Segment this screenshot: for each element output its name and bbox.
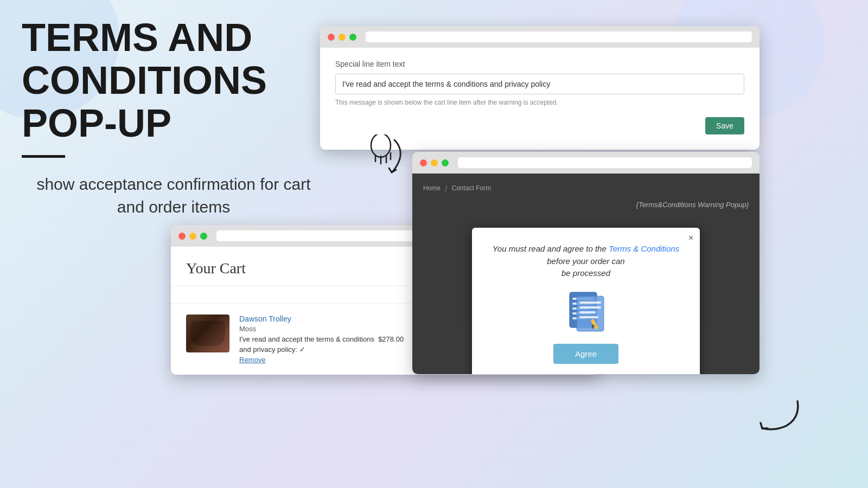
popup-message-text: You must read and agree to the Terms & C… (488, 243, 684, 280)
modal-browser-window: Home / Contact Form {Terms&Conditions Wa… (412, 152, 760, 374)
popup-msg-part1: You must read and agree to the (493, 244, 609, 253)
dot-red[interactable] (328, 34, 335, 41)
field-hint: This message is shown below the cart lin… (335, 99, 744, 106)
terms-conditions-link[interactable]: Terms & Conditions (609, 244, 679, 253)
modal-urlbar (458, 157, 752, 168)
breadcrumb-home: Home (423, 184, 441, 194)
svg-rect-12 (579, 301, 601, 304)
title-line1-text: TERMS AND (22, 16, 252, 59)
title-line3-text: POP-UP (22, 101, 171, 145)
cart-item-image (186, 314, 229, 352)
subtitle-text: show acceptance confirmation for cartand… (22, 173, 326, 219)
field-label: Special line item text (335, 60, 744, 68)
svg-rect-11 (577, 296, 604, 331)
dot-yellow[interactable] (339, 34, 346, 41)
terms-popup: × You must read and agree to the Terms &… (472, 228, 700, 374)
agree-button[interactable]: Agree (553, 344, 618, 364)
breadcrumb-order: Contact Form (451, 184, 491, 194)
popup-close-button[interactable]: × (688, 233, 693, 243)
cart-dot-green[interactable] (200, 233, 207, 240)
admin-browser-window: Special line item text This message is s… (320, 26, 760, 150)
svg-point-0 (371, 134, 391, 157)
dot-green[interactable] (349, 34, 356, 41)
save-button[interactable]: Save (705, 117, 744, 134)
document-icon (567, 290, 605, 333)
svg-rect-14 (579, 311, 596, 313)
svg-rect-13 (579, 306, 601, 309)
modal-dot-green[interactable] (442, 159, 449, 166)
popup-msg-part2: before your order canbe processed (547, 256, 624, 278)
cart-dot-red[interactable] (178, 233, 186, 240)
arrow-curved-bottom-icon (754, 396, 803, 439)
left-panel: TERMS AND CONDITIONS POP-UP show accepta… (22, 16, 336, 219)
terms-text: I've read and accept the terms & conditi… (239, 335, 374, 343)
admin-urlbar (366, 31, 752, 42)
arrow-hand-icon (365, 134, 408, 183)
modal-dot-red[interactable] (420, 159, 427, 166)
breadcrumb: Home / Contact Form (423, 184, 749, 194)
plugin-title-text: {Terms&Conditions Warning Popup} (636, 201, 749, 209)
svg-rect-15 (579, 316, 598, 318)
special-line-item-input[interactable] (335, 74, 744, 94)
cart-dot-yellow[interactable] (189, 233, 196, 240)
popup-icon-area (488, 290, 684, 333)
title-line2-text: CONDITIONS (22, 59, 267, 102)
title-divider (22, 155, 65, 158)
breadcrumb-sep: / (445, 184, 447, 194)
modal-dot-yellow[interactable] (431, 159, 438, 166)
modal-browser-titlebar (412, 152, 760, 174)
modal-browser-content: Home / Contact Form {Terms&Conditions Wa… (412, 174, 760, 374)
item-inline-price: $278.00 (378, 335, 404, 343)
admin-browser-titlebar (320, 26, 760, 48)
title-line1: TERMS AND CONDITIONS POP-UP (22, 16, 336, 145)
